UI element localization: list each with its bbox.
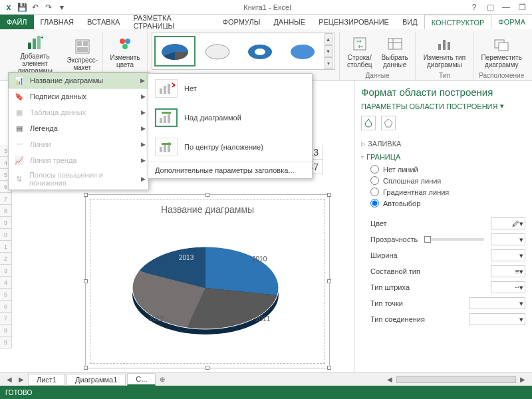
tab-insert[interactable]: ВСТАВКА (80, 15, 126, 29)
chart-style-4[interactable] (282, 36, 323, 66)
menu-trendline: 📈Линия тренда▶ (9, 152, 148, 168)
data-labels-icon: 🔖 (13, 91, 26, 102)
ribbon-tabs: ФАЙЛ ГЛАВНАЯ ВСТАВКА РАЗМЕТКА СТРАНИЦЫ Ф… (0, 15, 532, 29)
data-table-icon: ▦ (13, 107, 26, 118)
svg-rect-26 (164, 86, 166, 94)
svg-rect-25 (160, 88, 162, 94)
chart-style-2[interactable] (197, 36, 238, 66)
svg-text:2011: 2011 (255, 315, 271, 323)
add-chart-element-button[interactable]: + Добавить элемент диаграммы (7, 32, 63, 76)
chart-title[interactable]: Название диаграммы (86, 195, 329, 215)
svg-rect-34 (160, 147, 162, 152)
dash-picker[interactable]: ┄▾ (491, 281, 525, 293)
radio-gradient[interactable] (370, 188, 379, 196)
help-icon[interactable]: ? (467, 1, 481, 13)
save-icon[interactable]: 💾 (16, 1, 28, 13)
submenu-center[interactable]: По центру (наложение) (148, 132, 312, 162)
svg-rect-1 (33, 39, 36, 49)
redo-icon[interactable]: ↷ (43, 1, 55, 13)
move-chart-button[interactable]: Переместить диаграмму (477, 33, 525, 70)
undo-icon[interactable]: ↶ (29, 1, 41, 13)
width-input[interactable]: ▾ (491, 249, 525, 261)
minimize-icon[interactable]: — (499, 1, 513, 13)
tab-design[interactable]: КОНСТРУКТОР (424, 15, 492, 29)
section-fill[interactable]: ▷ЗАЛИВКА (361, 137, 525, 150)
tab-formulas[interactable]: ФОРМУЛЫ (216, 15, 267, 29)
svg-rect-6 (83, 41, 88, 46)
menu-data-table: ▦Таблица данных▶ (9, 104, 148, 120)
chart-style-gallery[interactable]: ▲ ▼ ▾ (152, 33, 335, 70)
excel-icon: x (3, 1, 15, 13)
fill-line-icon[interactable] (361, 116, 376, 130)
svg-point-9 (125, 39, 130, 44)
pane-subtitle[interactable]: ПАРАМЕТРЫ ОБЛАСТИ ПОСТРОЕНИЯ▾ (361, 102, 525, 110)
hscrollbar[interactable] (396, 376, 516, 383)
tab-home[interactable]: ГЛАВНАЯ (34, 15, 80, 29)
tab-format[interactable]: ФОРМА (491, 15, 532, 29)
gallery-down-icon[interactable]: ▼ (325, 45, 332, 57)
menu-lines: 〰Линии▶ (9, 136, 148, 152)
switch-row-col-button[interactable]: Строка/ столбец (344, 33, 376, 70)
color-picker[interactable]: 🖉▾ (491, 217, 525, 229)
section-border[interactable]: ▿ГРАНИЦА (361, 150, 525, 164)
legend-icon: ▤ (13, 123, 26, 134)
menu-chart-title[interactable]: 📊Название диаграммы▶ (9, 72, 148, 88)
svg-rect-37 (162, 143, 171, 145)
pie-chart[interactable]: 2010 2011 2012 2013 (86, 215, 325, 354)
radio-auto[interactable] (370, 199, 379, 207)
hscroll-right[interactable]: ▶ (517, 376, 528, 383)
qa-more-icon[interactable]: ▾ (56, 1, 68, 13)
lines-icon: 〰 (13, 139, 26, 150)
sheet-tab-1[interactable]: Лист1 (28, 374, 65, 386)
chart-style-3[interactable] (239, 36, 281, 66)
embedded-chart[interactable]: Название диаграммы 2010 2011 2012 (85, 194, 330, 368)
center-icon (155, 138, 178, 156)
svg-rect-0 (28, 43, 31, 49)
menu-legend[interactable]: ▤Легенда▶ (9, 120, 148, 136)
svg-text:2012: 2012 (149, 315, 164, 323)
cap-picker[interactable]: ▾ (469, 297, 525, 309)
quick-layout-button[interactable]: Экспресс- макет (66, 36, 98, 72)
svg-point-12 (205, 45, 229, 59)
transparency-slider[interactable] (424, 238, 484, 241)
above-icon (155, 108, 178, 127)
radio-solid[interactable] (370, 176, 379, 185)
sheet-nav-next[interactable]: ▶ (16, 376, 27, 383)
sheet-tab-2[interactable]: Диаграмма1 (66, 374, 126, 386)
svg-point-38 (132, 255, 279, 334)
sheet-tab-3[interactable]: С... (127, 373, 156, 386)
format-pane: Формат области построения ПАРАМЕТРЫ ОБЛА… (354, 81, 532, 386)
svg-rect-24 (499, 43, 508, 51)
tab-view[interactable]: ВИД (396, 15, 424, 29)
compound-picker[interactable]: ≡▾ (491, 265, 525, 277)
chevron-down-icon: ▾ (500, 102, 504, 110)
submenu-none[interactable]: Нет (148, 74, 312, 103)
radio-no-line[interactable] (370, 165, 379, 174)
svg-rect-31 (160, 118, 162, 123)
tab-pagelayout[interactable]: РАЗМЕТКА СТРАНИЦЫ (126, 15, 215, 29)
join-picker[interactable]: ▾ (469, 313, 525, 325)
submenu-more-options[interactable]: Дополнительные параметры заголовка... (148, 162, 312, 178)
transparency-input[interactable]: ▾ (491, 233, 525, 245)
gallery-up-icon[interactable]: ▲ (325, 33, 332, 45)
new-sheet-icon[interactable]: ⊕ (157, 376, 168, 383)
restore-icon[interactable]: ❐ (515, 1, 529, 13)
tab-data[interactable]: ДАННЫЕ (267, 15, 312, 29)
tab-review[interactable]: РЕЦЕНЗИРОВАНИЕ (312, 15, 396, 29)
svg-rect-22 (448, 42, 450, 50)
tab-file[interactable]: ФАЙЛ (0, 15, 34, 29)
ribbon-collapse-icon[interactable]: ▢ (483, 1, 497, 13)
effects-icon[interactable] (381, 116, 396, 130)
sheet-nav-prev[interactable]: ◀ (4, 376, 15, 383)
svg-text:+: + (41, 35, 43, 41)
chart-style-1[interactable] (154, 36, 196, 66)
submenu-above[interactable]: Над диаграммой (148, 103, 312, 132)
gallery-more-icon[interactable]: ▾ (325, 57, 332, 69)
change-chart-type-button[interactable]: Изменить тип диаграммы (420, 33, 469, 70)
select-data-button[interactable]: Выбрать данные (378, 33, 411, 70)
change-colors-button[interactable]: Изменить цвета (107, 33, 142, 70)
hscroll-left[interactable]: ◀ (384, 376, 395, 383)
menu-updown-bars: ⇅Полосы повышения и понижения▶ (9, 168, 148, 190)
svg-point-15 (291, 45, 315, 59)
menu-data-labels[interactable]: 🔖Подписи данных▶ (9, 88, 148, 104)
